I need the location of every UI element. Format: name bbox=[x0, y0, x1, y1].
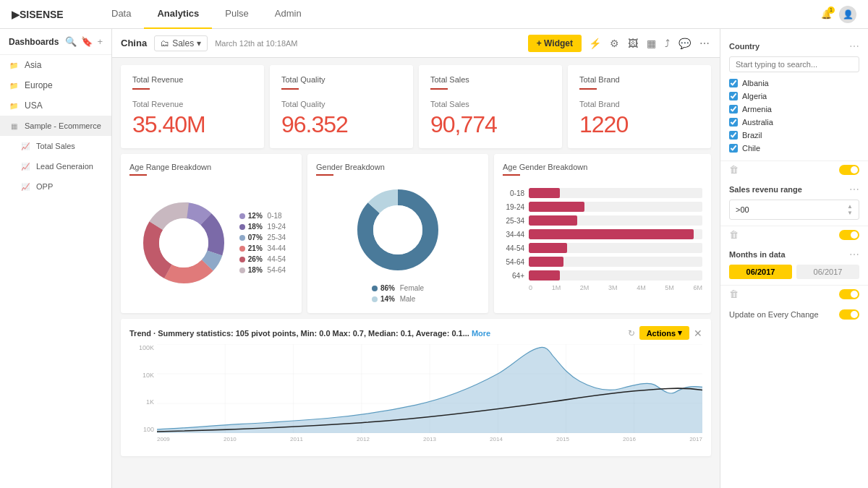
more-icon[interactable]: ⋯ bbox=[698, 36, 711, 51]
country-filter-controls: 🗑 bbox=[720, 161, 868, 178]
user-avatar[interactable]: 👤 bbox=[839, 6, 856, 23]
chart-icon: 📈 bbox=[20, 161, 30, 171]
toggle-knob bbox=[851, 311, 858, 318]
add-widget-button[interactable]: + Widget bbox=[528, 35, 582, 52]
date-range-row: 06/2017 06/2017 bbox=[729, 265, 859, 279]
bell-icon[interactable]: 🔔 1 bbox=[821, 9, 832, 20]
share-icon[interactable]: ⤴ bbox=[663, 36, 671, 51]
nav-tabs: Data Analytics Pulse Admin bbox=[98, 0, 821, 29]
svg-point-11 bbox=[373, 205, 422, 254]
logo: ▶SISENSE bbox=[12, 8, 69, 21]
trend-svg bbox=[157, 344, 702, 433]
nav-right: 🔔 1 👤 bbox=[821, 6, 856, 23]
chart-row: Age Range Breakdown bbox=[121, 154, 711, 313]
chart-icon: 📈 bbox=[20, 181, 30, 192]
sidebar-item-europe[interactable]: 📁 Europe bbox=[0, 75, 111, 95]
trend-chart-area: 100K 10K 1K 100 bbox=[129, 344, 702, 449]
bell-badge: 1 bbox=[827, 7, 835, 14]
kpi-row: Total Revenue Total Revenue 35.40M Total… bbox=[121, 65, 711, 148]
folder-selector[interactable]: 🗂 Sales ▾ bbox=[154, 35, 208, 51]
add-icon[interactable]: + bbox=[97, 36, 103, 47]
trend-header: Trend · Summery statistics: 105 pivot po… bbox=[129, 326, 702, 340]
months-toggle[interactable] bbox=[839, 289, 859, 299]
country-list: Albania Algeria Armenia Australia Brazil… bbox=[729, 77, 859, 155]
tab-pulse[interactable]: Pulse bbox=[212, 0, 262, 29]
country-section-header: Country ⋯ bbox=[729, 40, 859, 52]
age-donut-container: 12% 0-18 18% 19-24 07% 25-34 21% 34-44 2… bbox=[129, 181, 293, 304]
svg-point-8 bbox=[159, 218, 208, 267]
toggle-knob bbox=[851, 231, 858, 239]
country-check-algeria[interactable] bbox=[729, 92, 738, 100]
sidebar-item-usa[interactable]: 📁 USA bbox=[0, 95, 111, 116]
gender-chart: Gender Breakdown 86% Female 14% Male bbox=[307, 154, 488, 313]
sales-range-input[interactable]: >00 ▲▼ bbox=[729, 200, 859, 220]
breadcrumb: China bbox=[121, 38, 147, 48]
toolbar-actions: + Widget ⚡ ⚙ 🖼 ▦ ⤴ 💬 ⋯ bbox=[528, 35, 711, 52]
toggle-knob bbox=[851, 291, 858, 298]
country-toggle[interactable] bbox=[839, 165, 859, 175]
toggle-knob bbox=[851, 166, 858, 174]
country-check-brazil[interactable] bbox=[729, 131, 738, 140]
months-section: Months in data ⋯ 06/2017 06/2017 bbox=[720, 243, 868, 286]
trash-icon[interactable]: 🗑 bbox=[729, 229, 739, 240]
folder-icon: 📁 bbox=[9, 80, 19, 90]
start-date-btn[interactable]: 06/2017 bbox=[729, 265, 792, 279]
end-date-btn[interactable]: 06/2017 bbox=[796, 265, 859, 279]
country-check-armenia[interactable] bbox=[729, 105, 738, 114]
trash-icon[interactable]: 🗑 bbox=[729, 288, 739, 299]
months-more-btn[interactable]: ⋯ bbox=[849, 249, 859, 260]
months-filter-controls: 🗑 bbox=[720, 286, 868, 302]
trend-more-link[interactable]: More bbox=[472, 329, 490, 338]
folder-icon: 🗂 bbox=[161, 38, 169, 48]
close-button[interactable]: ✕ bbox=[694, 328, 702, 339]
kpi-underline bbox=[281, 88, 299, 90]
country-check-australia[interactable] bbox=[729, 118, 738, 127]
kpi-underline bbox=[132, 88, 150, 90]
trend-y-axis: 100K 10K 1K 100 bbox=[129, 344, 157, 433]
country-check-chile[interactable] bbox=[729, 144, 738, 153]
sidebar-item-opp[interactable]: 📈 OPP bbox=[0, 176, 111, 197]
trend-card: Trend · Summery statistics: 105 pivot po… bbox=[121, 319, 711, 456]
filter-icon[interactable]: ⚡ bbox=[587, 36, 603, 51]
trend-action-buttons: ↻ Actions ▾ ✕ bbox=[628, 326, 702, 340]
dashboard-icon: ▦ bbox=[9, 121, 19, 131]
country-more-btn[interactable]: ⋯ bbox=[849, 40, 859, 52]
search-icon[interactable]: 🔍 bbox=[65, 36, 77, 47]
sales-range-section: Sales revenu range ⋯ >00 ▲▼ bbox=[720, 178, 868, 226]
tab-analytics[interactable]: Analytics bbox=[144, 0, 212, 29]
dashboard: Total Revenue Total Revenue 35.40M Total… bbox=[112, 58, 720, 488]
kpi-quality: Total Quality Total Quality 96.352 bbox=[270, 65, 413, 148]
country-search[interactable] bbox=[729, 56, 859, 72]
sidebar-item-sample[interactable]: ▦ Sample - Ecommerce bbox=[0, 116, 111, 136]
country-check-albania[interactable] bbox=[729, 79, 738, 87]
trend-title: Trend · Summery statistics: 105 pivot po… bbox=[129, 329, 490, 338]
sales-range-more-btn[interactable]: ⋯ bbox=[849, 184, 859, 195]
sidebar-item-lead[interactable]: 📈 Lead Generaion bbox=[0, 156, 111, 176]
main-layout: Dashboards 🔍 🔖 + 📁 Asia 📁 Europe 📁 USA ▦… bbox=[0, 29, 868, 488]
comment-icon[interactable]: 💬 bbox=[677, 36, 692, 51]
bookmark-icon[interactable]: 🔖 bbox=[81, 36, 93, 47]
sales-toggle[interactable] bbox=[839, 230, 859, 240]
sidebar: Dashboards 🔍 🔖 + 📁 Asia 📁 Europe 📁 USA ▦… bbox=[0, 29, 112, 488]
settings-icon[interactable]: ⚙ bbox=[608, 36, 621, 51]
folder-icon: 📁 bbox=[9, 60, 19, 70]
gender-legend: 86% Female 14% Male bbox=[372, 284, 424, 303]
image-icon[interactable]: 🖼 bbox=[626, 36, 639, 51]
age-donut-svg bbox=[137, 196, 231, 290]
trend-x-axis: 200920102011201220132014201520162017 bbox=[157, 436, 702, 449]
update-toggle[interactable] bbox=[839, 309, 859, 320]
tab-data[interactable]: Data bbox=[98, 0, 144, 29]
sidebar-item-total-sales[interactable]: 📈 Total Sales bbox=[0, 136, 111, 156]
tab-admin[interactable]: Admin bbox=[262, 0, 315, 29]
table-icon[interactable]: ▦ bbox=[645, 36, 658, 51]
gender-donut-container: 86% Female 14% Male bbox=[316, 181, 480, 304]
content-area: China 🗂 Sales ▾ March 12th at 10:18AM + … bbox=[112, 29, 720, 488]
actions-button[interactable]: Actions ▾ bbox=[639, 326, 689, 340]
refresh-button[interactable]: ↻ bbox=[628, 328, 635, 338]
sidebar-item-asia[interactable]: 📁 Asia bbox=[0, 55, 111, 75]
trash-icon[interactable]: 🗑 bbox=[729, 164, 739, 175]
age-gender-chart: Age Gender Breakdown 0-18 19-24 25-34 34… bbox=[494, 154, 711, 313]
sidebar-header: Dashboards 🔍 🔖 + bbox=[0, 29, 111, 55]
top-nav: ▶SISENSE Data Analytics Pulse Admin 🔔 1 … bbox=[0, 0, 868, 29]
folder-icon: 📁 bbox=[9, 100, 19, 111]
